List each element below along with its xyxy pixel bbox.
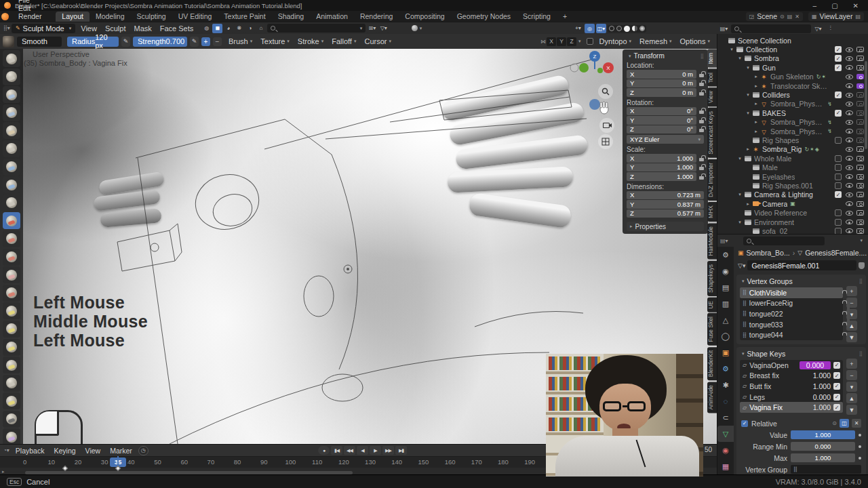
timeline-menu-item[interactable]: Playback bbox=[11, 447, 50, 455]
sculpt-tool-button[interactable] bbox=[3, 176, 20, 193]
render-camera-icon[interactable] bbox=[856, 201, 864, 207]
transport-button[interactable]: ▮◀ bbox=[331, 446, 342, 455]
outliner-row[interactable]: ▾ Sombra bbox=[717, 54, 868, 63]
properties-tab[interactable]: ✱ bbox=[717, 377, 734, 393]
render-camera-icon[interactable] bbox=[856, 119, 864, 125]
outliner-scrollbar[interactable] bbox=[865, 61, 867, 149]
sculpt-tool-button[interactable] bbox=[3, 86, 20, 103]
properties-tab[interactable]: ▥ bbox=[717, 296, 734, 312]
expand-icon[interactable]: ▸ bbox=[745, 201, 751, 207]
mirror-axis-button[interactable]: Y bbox=[557, 37, 566, 46]
hide-eye-icon[interactable] bbox=[846, 228, 853, 233]
sidebar-tab[interactable]: Fuse Skel bbox=[707, 313, 717, 346]
dimension-field[interactable]: X0.723 m bbox=[627, 191, 704, 200]
workspace-tab[interactable]: Sculpting bbox=[131, 12, 172, 22]
render-camera-icon[interactable] bbox=[856, 220, 864, 225]
properties-tab[interactable]: ◉ bbox=[717, 263, 734, 279]
location-field[interactable]: Z0 m bbox=[627, 88, 696, 97]
render-camera-icon[interactable] bbox=[856, 47, 864, 52]
render-camera-icon[interactable] bbox=[856, 83, 864, 89]
render-camera-icon[interactable] bbox=[856, 65, 864, 70]
outliner-row[interactable]: Rig Shapes bbox=[717, 136, 868, 144]
relative-checkbox[interactable] bbox=[741, 420, 748, 427]
shape-key-edit-mode-icon[interactable]: ◫ bbox=[840, 419, 849, 428]
render-camera-icon[interactable] bbox=[856, 101, 864, 106]
shape-key-mute-checkbox[interactable] bbox=[833, 372, 840, 379]
hide-eye-icon[interactable] bbox=[846, 156, 853, 161]
outliner-row[interactable]: ▸ Gun Skeleton ↻✶ bbox=[717, 73, 868, 81]
sculpt-tool-button[interactable] bbox=[3, 68, 20, 85]
brush-dropdown[interactable]: Brush▾ bbox=[224, 37, 256, 45]
list-action-button[interactable]: ▾ bbox=[846, 382, 857, 392]
panel-title[interactable]: Transform bbox=[634, 52, 665, 60]
range-min-field[interactable]: 0.000 bbox=[791, 442, 855, 451]
breadcrumb-data[interactable]: Genesis8Female.... bbox=[805, 249, 867, 257]
vertex-group-field[interactable]: ⣿ bbox=[791, 465, 861, 474]
keyframe-dot[interactable] bbox=[859, 457, 861, 460]
sculpt-tool-button[interactable] bbox=[3, 411, 20, 428]
render-camera-icon[interactable] bbox=[856, 210, 864, 216]
hide-eye-icon[interactable] bbox=[846, 65, 853, 70]
hide-eye-icon[interactable] bbox=[846, 165, 853, 170]
shape-key-value[interactable]: 1.000 bbox=[800, 371, 831, 380]
workspace-tab[interactable]: Layout bbox=[56, 12, 90, 22]
properties-tab[interactable]: ◉ bbox=[717, 442, 734, 458]
outliner-row[interactable]: ▾ Whole Male bbox=[717, 154, 868, 163]
add-mode-button[interactable]: + bbox=[201, 37, 210, 46]
lock-icon[interactable] bbox=[699, 158, 704, 161]
perspective-toggle-icon[interactable] bbox=[598, 134, 613, 149]
shape-key-value-slider[interactable]: 1.000 bbox=[791, 430, 855, 439]
list-action-button[interactable]: ▼ bbox=[846, 405, 857, 415]
transport-button[interactable]: ◀◀ bbox=[344, 446, 355, 455]
vertex-group-row[interactable]: ⣿ tongue044 bbox=[740, 329, 843, 340]
properties-type-icon[interactable]: ▤▾ bbox=[720, 238, 728, 244]
expand-icon[interactable]: ▸ bbox=[753, 129, 760, 134]
viewport-gizmo[interactable]: Z X bbox=[568, 49, 623, 118]
range-max-field[interactable]: 1.000 bbox=[791, 453, 855, 462]
outliner-row[interactable]: ▾ Gun bbox=[717, 63, 868, 72]
render-camera-icon[interactable] bbox=[856, 74, 864, 79]
exclude-checkbox[interactable] bbox=[835, 155, 842, 162]
exclude-checkbox[interactable] bbox=[835, 110, 842, 117]
shading-sphere-icon[interactable]: ▾ bbox=[412, 24, 422, 33]
mirror-axis-button[interactable]: X bbox=[547, 37, 556, 46]
shape-key-mute-checkbox[interactable] bbox=[833, 362, 840, 369]
exclude-checkbox[interactable] bbox=[835, 209, 842, 216]
sculpt-tool-button[interactable] bbox=[3, 50, 20, 67]
properties-tab[interactable]: ▤ bbox=[717, 279, 734, 296]
maximize-button[interactable]: ▢ bbox=[831, 2, 837, 9]
expand-icon[interactable]: ▾ bbox=[736, 56, 743, 61]
expand-icon[interactable]: ▸ bbox=[745, 146, 751, 152]
outliner-row[interactable]: ▾ BAKES bbox=[717, 108, 868, 117]
outliner-row[interactable]: ▾ Colliders bbox=[717, 90, 868, 99]
shape-key-row[interactable]: ▱ VaginaOpen 0.000 bbox=[740, 360, 843, 371]
sculpt-tool-button[interactable] bbox=[3, 212, 20, 229]
sculpt-tool-button[interactable] bbox=[3, 321, 20, 338]
expand-icon[interactable]: ▸ bbox=[753, 101, 760, 106]
sidebar-tab[interactable]: Item bbox=[707, 49, 717, 68]
outliner-row[interactable]: ▸ Sombra_Phys_Penis ↯ bbox=[717, 127, 868, 136]
render-camera-icon[interactable] bbox=[856, 92, 864, 98]
shape-key-value[interactable]: 0.000 bbox=[800, 393, 831, 401]
sculpt-tool-button[interactable] bbox=[3, 249, 20, 266]
expand-icon[interactable]: ▾ bbox=[745, 65, 751, 70]
exclude-checkbox[interactable] bbox=[835, 228, 842, 234]
properties-tab[interactable]: ◯ bbox=[717, 328, 734, 344]
new-layer-icon[interactable]: ▤ bbox=[855, 14, 861, 20]
outliner-row[interactable]: Male bbox=[717, 163, 868, 171]
exclude-checkbox[interactable] bbox=[835, 92, 842, 98]
lock-icon[interactable] bbox=[699, 176, 704, 180]
sculpt-tool-button[interactable] bbox=[3, 122, 20, 139]
workspace-tab[interactable]: UV Editing bbox=[172, 12, 218, 22]
pin-icon[interactable]: ⊙ bbox=[832, 420, 837, 426]
outliner-row[interactable]: ▸ Camera ▣ bbox=[717, 199, 868, 208]
hide-eye-icon[interactable] bbox=[846, 83, 853, 88]
hide-eye-icon[interactable] bbox=[846, 201, 853, 206]
hide-eye-icon[interactable] bbox=[846, 120, 853, 125]
workspace-tab[interactable]: Compositing bbox=[399, 12, 450, 22]
shape-key-value[interactable]: 0.000 bbox=[800, 361, 831, 369]
outliner-row[interactable]: ▾ Environment bbox=[717, 218, 868, 226]
close-button[interactable]: ✕ bbox=[853, 2, 859, 9]
outliner-row[interactable]: ▸ Sombra_Phys_Balls ↯ bbox=[717, 118, 868, 127]
expand-icon[interactable]: ▸ bbox=[753, 119, 760, 125]
